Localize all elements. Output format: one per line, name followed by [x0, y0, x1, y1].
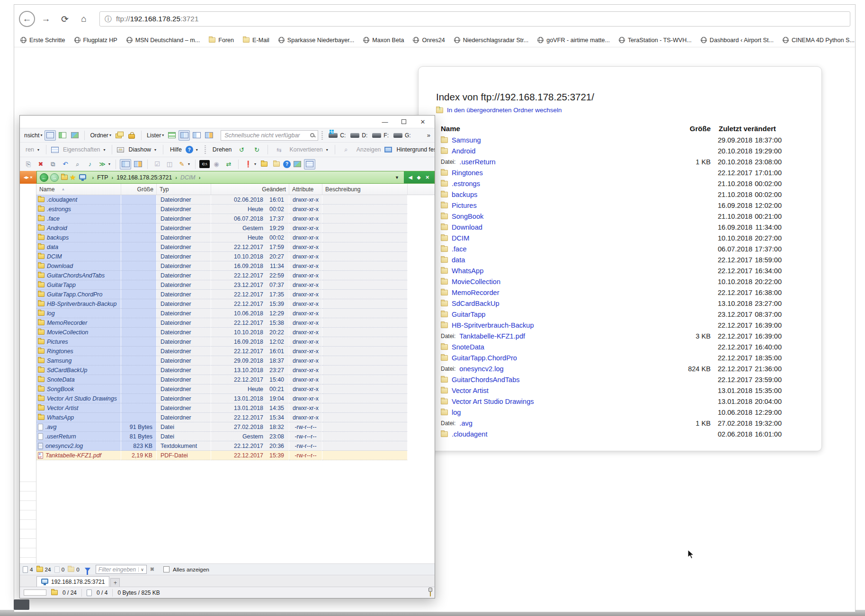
address-bar[interactable]: ← → ↑ ★ ›FTP›192.168.178.25:3721›DCIM› ▼…	[36, 171, 435, 184]
bookmark-item[interactable]: Erste Schritte	[20, 37, 65, 44]
file-row[interactable]: Vector ArtistDateiordner13.01.201814:35d…	[36, 403, 435, 413]
file-row[interactable]: .cloudagentDateiordner02.06.201816:01drw…	[36, 195, 435, 205]
file-row[interactable]: backupsDateiordnerHeute00:02drwxr-xr-x	[36, 233, 435, 242]
drive-button-G[interactable]: G:	[393, 132, 411, 139]
bookmark-item[interactable]: Onres24	[413, 37, 445, 44]
ftp-entry-link[interactable]: .userReturn	[459, 158, 495, 166]
ftp-entry-link[interactable]: GuitarTapp	[452, 311, 485, 318]
bookmark-item[interactable]: TeraStation - TS-WVH...	[619, 37, 692, 44]
dual-pane-icon[interactable]	[120, 159, 131, 170]
toolbar-overflow-icon[interactable]: »	[427, 132, 432, 139]
file-row[interactable]: dataDateiordner22.12.201717:59drwxr-xr-x	[36, 242, 435, 252]
checklist-icon[interactable]: ☑	[152, 159, 163, 170]
ftp-entry-link[interactable]: Pictures	[452, 202, 477, 209]
ftp-entry-link[interactable]: SdCardBackUp	[452, 300, 499, 307]
pane-media-icon[interactable]	[203, 130, 214, 141]
bookmark-item[interactable]: MSN Deutschland – m...	[126, 37, 200, 44]
column-header-gendert[interactable]: Geändert	[211, 184, 289, 195]
ftp-entry-link[interactable]: GuitarTapp.ChordPro	[452, 354, 517, 362]
convert-button[interactable]: ⇆Konvertieren▾	[273, 144, 330, 155]
file-row[interactable]: SamsungDateiordner29.09.201818:37drwxr-x…	[36, 356, 435, 366]
home-button[interactable]: ⌂	[76, 11, 92, 27]
file-row[interactable]: DCIMDateiordner10.10.201820:27drwxr-xr-x	[36, 252, 435, 261]
bookmark-item[interactable]: Dashboard ‹ Airport St...	[701, 37, 774, 44]
column-modified[interactable]: Zuletzt verändert	[711, 125, 782, 133]
paste-icon[interactable]: ⎘	[23, 159, 34, 170]
file-row[interactable]: HB-Spritverbrauch-BackupDateiordner22.12…	[36, 299, 435, 309]
info-icon[interactable]: ⓘ	[105, 15, 112, 24]
rotate-right-button[interactable]: ↻	[250, 144, 263, 155]
ftp-entry-link[interactable]: Tanktabelle-KFZ1.pdf	[459, 332, 525, 340]
minimize-button[interactable]: —	[382, 118, 388, 125]
file-row[interactable]: MovieCollectionDateiordner10.10.201820:2…	[36, 328, 435, 337]
drive-button-D[interactable]: D:	[350, 132, 367, 139]
ftp-entry-link[interactable]: .avg	[459, 420, 473, 427]
folder-check-icon[interactable]	[271, 159, 282, 170]
back-button[interactable]: ←	[19, 11, 35, 27]
bookmark-item[interactable]: Sparkasse Niederbayer...	[278, 37, 354, 44]
bookmark-item[interactable]: CINEMA 4D Python S...	[783, 37, 855, 44]
show-button[interactable]: ⌕Anzeigen	[340, 144, 382, 155]
filter-clear-icon[interactable]: ✖	[150, 566, 154, 572]
image-view-icon[interactable]	[292, 159, 303, 170]
help-button[interactable]: Hilfe?▾	[168, 146, 200, 153]
tab-active[interactable]: 192.168.178.25:3721	[36, 576, 109, 587]
file-row[interactable]: .estrongsDateiordnerHeute00:02drwxr-xr-x	[36, 205, 435, 214]
pane-media-icon[interactable]	[132, 159, 143, 170]
properties-button[interactable]: Eigenschaften▾	[51, 146, 107, 153]
swap-panes-icon[interactable]: ⇄	[223, 159, 234, 170]
maximize-button[interactable]	[401, 118, 407, 125]
list-view-icon[interactable]	[166, 130, 178, 141]
ftp-entry-link[interactable]: Android	[452, 147, 475, 155]
folder-copy-icon[interactable]	[114, 130, 125, 141]
snapshot-icon[interactable]: ◉	[211, 159, 222, 170]
pane-split-icon[interactable]: ◆	[417, 175, 421, 180]
breadcrumb-item[interactable]: DCIM	[180, 174, 196, 181]
column-size[interactable]: Größe	[654, 125, 711, 133]
menu-truncated[interactable]: ren▾	[24, 146, 41, 153]
ftp-entry-link[interactable]: Vector Artist	[452, 387, 489, 394]
tiles-view-icon[interactable]	[57, 130, 68, 141]
details-view-icon[interactable]	[45, 130, 56, 141]
media-icon[interactable]: ♪	[84, 159, 96, 170]
console-icon[interactable]: C:\	[199, 160, 210, 168]
file-row[interactable]: .userReturn81 BytesDateiGestern23:08-rw-…	[36, 432, 435, 441]
file-row[interactable]: GuitarChordsAndTabsDateiordner22.12.2017…	[36, 271, 435, 280]
file-row[interactable]: .faceDateiordner06.07.201817:37drwxr-xr-…	[36, 214, 435, 223]
file-row[interactable]: SnoteDataDateiordner22.12.201715:40drwxr…	[36, 375, 435, 384]
file-row[interactable]: WhatsAppDateiordner22.12.201715:34drwxr-…	[36, 413, 435, 422]
nav-forward-icon[interactable]: →	[50, 173, 59, 182]
pane-nav-icon[interactable]: ◀▶	[24, 176, 29, 179]
bookmark-item[interactable]: E-Mail	[243, 37, 269, 44]
rotate-left-button[interactable]: ↺	[235, 144, 248, 155]
ftp-entry-link[interactable]: log	[452, 409, 461, 416]
details-view-icon[interactable]	[304, 159, 315, 170]
bookmark-item[interactable]: goVFR - airtime matte...	[537, 37, 610, 44]
breadcrumb-item[interactable]: FTP	[97, 174, 108, 181]
folder-icon[interactable]	[259, 159, 270, 170]
file-row[interactable]: PicturesDateiordner16.09.201812:02drwxr-…	[36, 337, 435, 347]
new-tab-button[interactable]: +	[110, 578, 120, 587]
edit-icon[interactable]: ✎	[176, 159, 187, 170]
file-row[interactable]: GuitarTapp.ChordProDateiordner22.12.2017…	[36, 290, 435, 299]
forward-button[interactable]: →	[38, 11, 54, 27]
lock-folder-icon[interactable]	[430, 589, 431, 596]
folder-up-icon[interactable]: ↑	[61, 175, 68, 180]
file-row[interactable]: AndroidDateiordnerGestern19:29drwxr-xr-x	[36, 223, 435, 233]
pane-close-icon[interactable]: ✕	[426, 175, 429, 180]
url-bar[interactable]: ⓘ ftp://192.168.178.25:3721	[99, 11, 850, 27]
bookmark-item[interactable]: Foren	[209, 37, 234, 44]
ftp-entry-link[interactable]: Vector Art Studio Drawings	[452, 398, 534, 405]
column-header-name[interactable]: Name▲	[36, 184, 121, 195]
file-row[interactable]: Tanktabelle-KFZ1.pdf2,19 KBPDF-Datei22.1…	[36, 451, 435, 460]
thumbnails-view-icon[interactable]	[69, 130, 80, 141]
delete-icon[interactable]: ✖	[35, 159, 46, 170]
ftp-entry-link[interactable]: data	[452, 256, 465, 264]
file-row[interactable]: SdCardBackUpDateiordner13.10.201823:27dr…	[36, 366, 435, 375]
column-name[interactable]: Name	[441, 125, 654, 133]
ftp-entry-link[interactable]: backups	[452, 191, 477, 198]
nav-back-icon[interactable]: ←	[40, 173, 48, 182]
quick-search-input[interactable]: Schnellsuche nicht verfügbar	[221, 130, 318, 141]
drive-button-F[interactable]: F:	[372, 132, 389, 139]
ftp-entry-link[interactable]: HB-Spritverbrauch-Backup	[452, 321, 534, 329]
